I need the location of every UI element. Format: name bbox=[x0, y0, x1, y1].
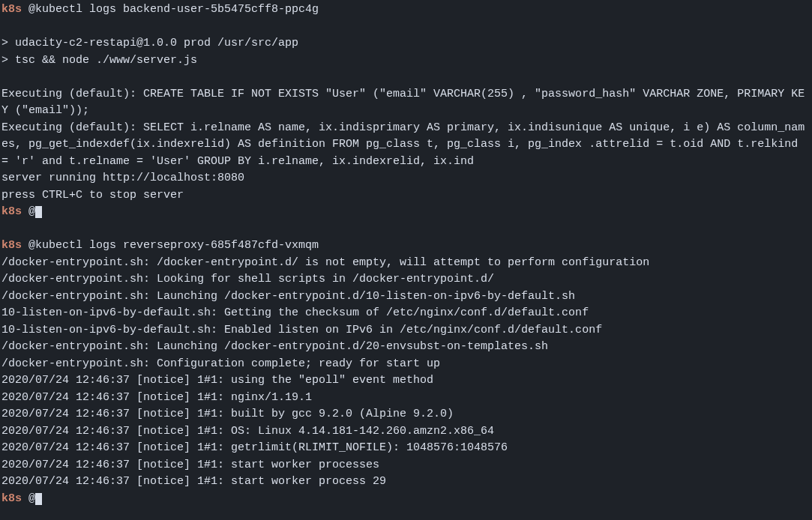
at-sign: @ bbox=[28, 492, 35, 505]
command-line-2: k8s @ bbox=[1, 204, 811, 221]
output-line: 2020/07/24 12:46:37 [notice] 1#1: built … bbox=[1, 406, 811, 423]
output-line: > udacity-c2-restapi@1.0.0 prod /usr/src… bbox=[1, 35, 811, 52]
output-line: /docker-entrypoint.sh: Launching /docker… bbox=[1, 288, 811, 306]
output-line: press CTRL+C to stop server bbox=[1, 187, 811, 205]
command-line-1: k8s @kubectl logs backend-user-5b5475cff… bbox=[1, 1, 811, 19]
at-sign: @ bbox=[28, 239, 35, 252]
output-line: 2020/07/24 12:46:37 [notice] 1#1: start … bbox=[1, 474, 811, 491]
output-line: 2020/07/24 12:46:37 [notice] 1#1: using … bbox=[1, 372, 811, 390]
prompt-hostname: k8s bbox=[1, 492, 22, 505]
output-line: 2020/07/24 12:46:37 [notice] 1#1: getrli… bbox=[1, 440, 811, 457]
cursor-icon bbox=[35, 206, 42, 218]
output-line: /docker-entrypoint.sh: Looking for shell… bbox=[1, 271, 811, 288]
prompt-hostname: k8s bbox=[1, 205, 22, 218]
output-line: /docker-entrypoint.sh: /docker-entrypoin… bbox=[1, 255, 811, 272]
command-text: kubectl logs backend-user-5b5475cff8-ppc… bbox=[35, 3, 319, 16]
blank-line bbox=[1, 19, 811, 36]
output-line: server running http://localhost:8080 bbox=[1, 170, 811, 187]
blank-line bbox=[1, 221, 811, 238]
output-line: Executing (default): SELECT i.relname AS… bbox=[1, 120, 811, 171]
command-line-3: k8s @kubectl logs reverseproxy-685f487cf… bbox=[1, 238, 811, 255]
output-line: /docker-entrypoint.sh: Configuration com… bbox=[1, 356, 811, 373]
prompt-hostname: k8s bbox=[1, 239, 22, 252]
output-line: 2020/07/24 12:46:37 [notice] 1#1: nginx/… bbox=[1, 390, 811, 407]
output-line: 10-listen-on-ipv6-by-default.sh: Getting… bbox=[1, 305, 811, 322]
output-line: /docker-entrypoint.sh: Launching /docker… bbox=[1, 339, 811, 356]
output-line: Executing (default): CREATE TABLE IF NOT… bbox=[1, 86, 811, 120]
terminal-output[interactable]: k8s @kubectl logs backend-user-5b5475cff… bbox=[1, 1, 811, 507]
prompt-hostname: k8s bbox=[1, 3, 22, 16]
at-sign: @ bbox=[28, 205, 35, 218]
at-sign: @ bbox=[28, 3, 35, 16]
output-line: 2020/07/24 12:46:37 [notice] 1#1: OS: Li… bbox=[1, 423, 811, 441]
output-line: 10-listen-on-ipv6-by-default.sh: Enabled… bbox=[1, 322, 811, 339]
blank-line bbox=[1, 69, 811, 86]
output-line: > tsc && node ./www/server.js bbox=[1, 52, 811, 70]
cursor-icon bbox=[35, 493, 42, 505]
command-line-4: k8s @ bbox=[1, 491, 811, 508]
output-line: 2020/07/24 12:46:37 [notice] 1#1: start … bbox=[1, 457, 811, 474]
command-text: kubectl logs reverseproxy-685f487cfd-vxm… bbox=[35, 239, 319, 252]
